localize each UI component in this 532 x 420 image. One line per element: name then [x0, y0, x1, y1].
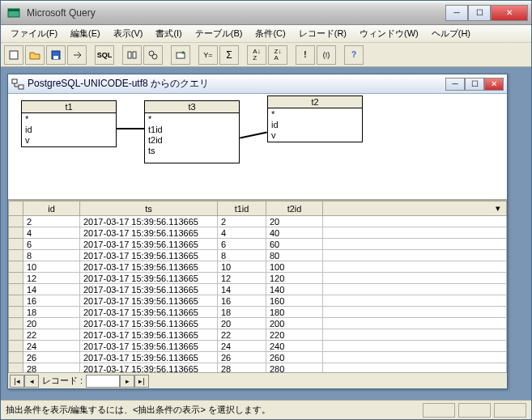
cell-t2id[interactable]: 160	[266, 295, 323, 307]
row-header[interactable]	[9, 216, 23, 227]
maximize-button[interactable]: ☐	[468, 5, 491, 21]
cell-t1id[interactable]: 16	[218, 295, 266, 307]
cell-t1id[interactable]: 28	[218, 363, 266, 373]
table-row[interactable]: 22017-03-17 15:39:56.113665220	[9, 216, 507, 227]
cell-empty[interactable]	[323, 261, 507, 273]
corner-cell[interactable]	[9, 202, 23, 216]
cell-id[interactable]: 20	[23, 318, 80, 329]
table-row[interactable]: 282017-03-17 15:39:56.11366528280	[9, 363, 507, 373]
field[interactable]: *	[25, 114, 113, 125]
table-row[interactable]: 122017-03-17 15:39:56.11366512120	[9, 273, 507, 284]
field[interactable]: t2id	[148, 135, 236, 146]
nav-next-button[interactable]: ▸	[120, 375, 134, 388]
field[interactable]: *	[148, 114, 236, 125]
cell-ts[interactable]: 2017-03-17 15:39:56.113665	[80, 307, 218, 318]
table-row[interactable]: 222017-03-17 15:39:56.11366522220	[9, 329, 507, 341]
sort-asc-icon[interactable]: A↓Z	[247, 45, 266, 65]
table-row[interactable]: 262017-03-17 15:39:56.11366526260	[9, 352, 507, 363]
show-tables-icon[interactable]	[122, 45, 142, 65]
cell-id[interactable]: 4	[23, 227, 80, 239]
cell-t1id[interactable]: 6	[218, 239, 266, 250]
cell-t2id[interactable]: 20	[266, 216, 323, 227]
cell-t2id[interactable]: 120	[266, 273, 323, 284]
field[interactable]: *	[271, 109, 359, 120]
menu-record[interactable]: レコード(R)	[292, 26, 353, 41]
cell-ts[interactable]: 2017-03-17 15:39:56.113665	[80, 250, 218, 261]
nav-prev-button[interactable]: ◂	[24, 375, 39, 388]
criteria-equals-icon[interactable]: Y=	[198, 45, 218, 65]
menu-view[interactable]: 表示(V)	[107, 26, 150, 41]
new-query-icon[interactable]	[4, 45, 23, 65]
row-header[interactable]	[9, 329, 23, 341]
table-row[interactable]: 242017-03-17 15:39:56.11366524240	[9, 341, 507, 352]
cell-id[interactable]: 18	[23, 307, 80, 318]
table-row[interactable]: 102017-03-17 15:39:56.11366510100	[9, 261, 507, 273]
col-t1id[interactable]: t1id	[218, 202, 266, 216]
cell-ts[interactable]: 2017-03-17 15:39:56.113665	[80, 318, 218, 329]
cell-ts[interactable]: 2017-03-17 15:39:56.113665	[80, 295, 218, 307]
close-button[interactable]: ✕	[491, 5, 528, 21]
nav-first-button[interactable]: |◂	[10, 375, 24, 388]
cell-ts[interactable]: 2017-03-17 15:39:56.113665	[80, 227, 218, 239]
cell-t1id[interactable]: 12	[218, 273, 266, 284]
table-t1-fields[interactable]: * id v	[22, 113, 116, 146]
cell-empty[interactable]	[323, 250, 507, 261]
field[interactable]: id	[25, 125, 113, 135]
cell-t1id[interactable]: 2	[218, 216, 266, 227]
nav-record-input[interactable]	[86, 375, 120, 388]
cell-ts[interactable]: 2017-03-17 15:39:56.113665	[80, 352, 218, 363]
row-header[interactable]	[9, 295, 23, 307]
row-header[interactable]	[9, 352, 23, 363]
cell-id[interactable]: 10	[23, 261, 80, 273]
cell-empty[interactable]	[323, 273, 507, 284]
menu-file[interactable]: ファイル(F)	[4, 26, 64, 41]
menu-criteria[interactable]: 条件(C)	[249, 26, 292, 41]
cell-t1id[interactable]: 14	[218, 284, 266, 295]
row-header[interactable]	[9, 307, 23, 318]
result-grid-wrap[interactable]: id ts t1id t2id ▾ 22017-03-17 15:39:56.1…	[8, 201, 507, 372]
cell-t2id[interactable]: 60	[266, 239, 323, 250]
menu-format[interactable]: 書式(I)	[149, 26, 188, 41]
cell-ts[interactable]: 2017-03-17 15:39:56.113665	[80, 216, 218, 227]
cell-empty[interactable]	[323, 216, 507, 227]
nav-last-button[interactable]: ▸|	[134, 375, 149, 388]
cell-id[interactable]: 22	[23, 329, 80, 341]
totals-button[interactable]: Σ	[219, 45, 239, 65]
query-now-button[interactable]: !	[296, 45, 315, 65]
cell-t2id[interactable]: 220	[266, 329, 323, 341]
row-header[interactable]	[9, 273, 23, 284]
row-header[interactable]	[9, 250, 23, 261]
query-titlebar[interactable]: PostgreSQL-UNICODE-utf8 からのクエリ ─ ☐ ✕	[8, 74, 507, 94]
cell-t2id[interactable]: 40	[266, 227, 323, 239]
cell-t2id[interactable]: 240	[266, 341, 323, 352]
sort-desc-icon[interactable]: Z↓A	[268, 45, 287, 65]
titlebar[interactable]: Microsoft Query ─ ☐ ✕	[1, 1, 531, 25]
table-row[interactable]: 142017-03-17 15:39:56.11366514140	[9, 284, 507, 295]
table-t3[interactable]: t3 * t1id t2id ts	[144, 100, 240, 163]
table-row[interactable]: 62017-03-17 15:39:56.113665660	[9, 239, 507, 250]
cell-empty[interactable]	[323, 352, 507, 363]
cell-t2id[interactable]: 260	[266, 352, 323, 363]
row-header[interactable]	[9, 227, 23, 239]
add-table-icon[interactable]	[171, 45, 190, 65]
sql-button[interactable]: SQL	[95, 45, 114, 65]
cell-id[interactable]: 6	[23, 239, 80, 250]
cell-id[interactable]: 26	[23, 352, 80, 363]
row-header[interactable]	[9, 363, 23, 373]
row-header[interactable]	[9, 261, 23, 273]
cell-id[interactable]: 16	[23, 295, 80, 307]
cell-empty[interactable]	[323, 318, 507, 329]
cell-ts[interactable]: 2017-03-17 15:39:56.113665	[80, 363, 218, 373]
table-row[interactable]: 82017-03-17 15:39:56.113665880	[9, 250, 507, 261]
row-header[interactable]	[9, 341, 23, 352]
cell-ts[interactable]: 2017-03-17 15:39:56.113665	[80, 329, 218, 341]
cell-t2id[interactable]: 140	[266, 284, 323, 295]
cell-t1id[interactable]: 24	[218, 341, 266, 352]
table-row[interactable]: 162017-03-17 15:39:56.11366516160	[9, 295, 507, 307]
cell-id[interactable]: 28	[23, 363, 80, 373]
cell-id[interactable]: 12	[23, 273, 80, 284]
field[interactable]: id	[271, 120, 359, 130]
cell-t1id[interactable]: 26	[218, 352, 266, 363]
table-row[interactable]: 182017-03-17 15:39:56.11366518180	[9, 307, 507, 318]
cell-t1id[interactable]: 4	[218, 227, 266, 239]
